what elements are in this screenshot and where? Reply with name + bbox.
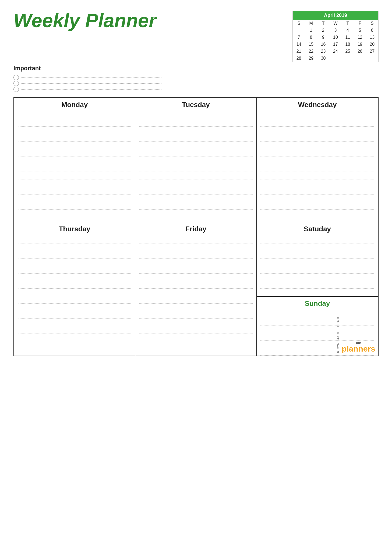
line-row	[139, 266, 253, 274]
line-row	[139, 179, 253, 187]
line-row	[18, 119, 131, 127]
day-label-monday: Monday	[18, 101, 131, 109]
line-row	[18, 281, 131, 289]
line-row	[18, 134, 131, 142]
important-item-1	[13, 75, 161, 80]
line-row	[260, 119, 374, 127]
line-row	[18, 112, 131, 119]
line-row	[139, 157, 253, 164]
important-line-1	[21, 75, 161, 78]
line-row	[139, 127, 253, 134]
important-item-3	[13, 87, 161, 92]
line-row	[18, 274, 131, 281]
line-row	[260, 289, 374, 296]
branding-block: DOWNLOADED FROM on: planners	[337, 317, 375, 353]
line-row	[260, 281, 374, 289]
line-row	[139, 142, 253, 149]
line-row	[260, 258, 374, 266]
day-cell-thursday: Thursday	[14, 222, 135, 356]
downloaded-from-text: DOWNLOADED FROM	[337, 317, 340, 353]
checkbox-circle-3[interactable]	[13, 87, 19, 92]
line-row	[260, 202, 374, 210]
planners-logo: on: planners	[342, 341, 375, 353]
line-row	[260, 164, 374, 172]
line-row	[260, 236, 374, 243]
line-row	[139, 194, 253, 202]
line-row	[139, 304, 253, 311]
line-row	[139, 202, 253, 210]
line-row	[260, 112, 374, 119]
line-row	[18, 296, 131, 304]
weekly-grid-bottom: Thursday Friday Satuday Sunday DOWNLOADE…	[13, 222, 379, 356]
line-row	[18, 319, 131, 326]
day-label-saturday: Satuday	[260, 225, 374, 233]
checkbox-circle-2[interactable]	[13, 81, 19, 86]
line-row	[18, 194, 131, 202]
day-label-wednesday: Wednesday	[260, 101, 374, 109]
calendar-grid: SMTWTFS 12345678910111213141516171819202…	[293, 20, 378, 62]
line-row	[260, 142, 374, 149]
line-row	[260, 179, 374, 187]
line-row	[139, 289, 253, 296]
line-row	[260, 127, 374, 134]
friday-lines	[139, 236, 253, 341]
wednesday-lines	[260, 112, 374, 217]
line-row	[18, 243, 131, 251]
important-line-3	[21, 87, 161, 90]
line-row	[139, 243, 253, 251]
important-section: Important	[13, 65, 161, 92]
line-row	[18, 179, 131, 187]
day-label-tuesday: Tuesday	[139, 101, 253, 109]
line-row	[18, 311, 131, 319]
line-row	[18, 187, 131, 194]
day-label-friday: Friday	[139, 225, 253, 233]
line-row	[139, 274, 253, 281]
day-cell-tuesday: Tuesday	[135, 98, 257, 222]
line-row	[139, 119, 253, 127]
monday-lines	[18, 112, 131, 217]
line-row	[18, 142, 131, 149]
line-row	[18, 304, 131, 311]
line-row	[18, 127, 131, 134]
line-row	[139, 319, 253, 326]
line-row	[18, 236, 131, 243]
line-row	[139, 210, 253, 217]
line-row	[139, 164, 253, 172]
checkbox-circle-1[interactable]	[13, 75, 19, 80]
line-row	[18, 266, 131, 274]
important-item-2	[13, 81, 161, 86]
planners-text: planners	[342, 345, 375, 353]
line-row	[260, 187, 374, 194]
line-row	[18, 149, 131, 157]
day-label-sunday: Sunday	[260, 299, 374, 308]
line-row	[139, 281, 253, 289]
line-row	[18, 164, 131, 172]
tuesday-lines	[139, 112, 253, 217]
page-header: Weekly Planner April 2019 SMTWTFS 123456…	[13, 11, 379, 62]
line-row	[260, 157, 374, 164]
line-row	[18, 210, 131, 217]
day-cell-friday: Friday	[135, 222, 257, 356]
saturday-part: Satuday	[257, 222, 378, 297]
line-row	[139, 187, 253, 194]
line-row	[18, 172, 131, 179]
line-row	[139, 112, 253, 119]
line-row	[18, 251, 131, 258]
calendar-header: April 2019	[293, 11, 378, 20]
line-row	[139, 296, 253, 304]
line-row	[139, 236, 253, 243]
line-row	[18, 157, 131, 164]
saturday-lines	[260, 236, 374, 296]
line-row	[139, 251, 253, 258]
mini-calendar: April 2019 SMTWTFS 123456789101112131415…	[292, 11, 379, 62]
important-label: Important	[13, 65, 161, 73]
line-row	[139, 134, 253, 142]
day-cell-monday: Monday	[14, 98, 135, 222]
line-row	[18, 258, 131, 266]
important-line-2	[21, 81, 161, 84]
line-row	[139, 172, 253, 179]
sunday-part: Sunday DOWNLOADED FROM on: planners	[257, 297, 378, 356]
weekly-grid-top: Monday Tuesday Wednesday	[13, 97, 379, 222]
day-label-thursday: Thursday	[18, 225, 131, 233]
line-row	[139, 258, 253, 266]
